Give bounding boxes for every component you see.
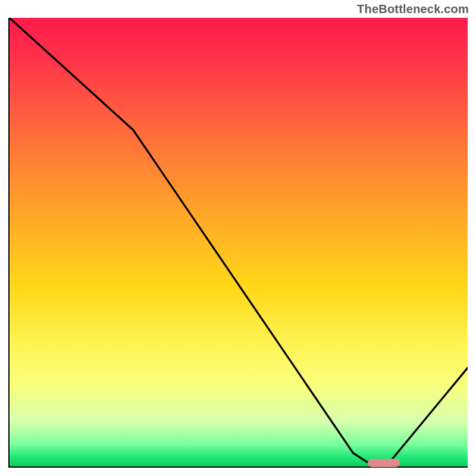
bottleneck-chart: TheBottleneck.com <box>0 0 476 476</box>
gradient-background <box>10 18 468 466</box>
watermark-text: TheBottleneck.com <box>357 2 469 16</box>
optimum-marker <box>368 459 400 467</box>
plot-area <box>8 18 468 468</box>
